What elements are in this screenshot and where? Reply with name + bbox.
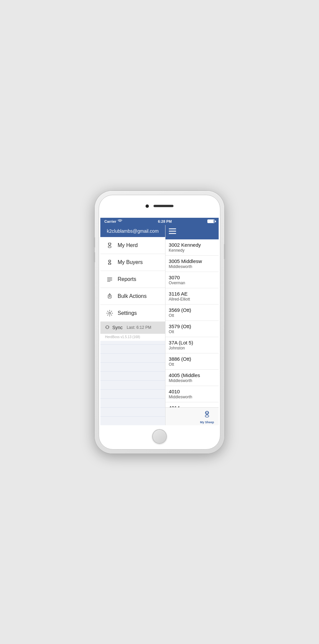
list-item-subtitle: Overman xyxy=(169,281,215,285)
bulk-actions-icon xyxy=(105,292,114,301)
list-item[interactable]: 3569 (Ott)Ott xyxy=(165,305,219,321)
sidebar-item-my-buyers[interactable]: My Buyers xyxy=(100,254,165,271)
svg-rect-22 xyxy=(169,233,176,234)
power-button xyxy=(224,244,225,259)
speaker-grille xyxy=(154,205,173,207)
sidebar-item-settings[interactable]: Settings xyxy=(100,305,165,322)
svg-point-3 xyxy=(108,246,111,248)
reports-icon xyxy=(105,275,114,284)
list-item-subtitle: Johnston xyxy=(169,346,215,350)
content-header xyxy=(165,225,219,239)
my-sheep-tab-icon xyxy=(203,410,211,420)
svg-point-0 xyxy=(108,243,111,245)
list-item[interactable]: 3070Overman xyxy=(165,272,219,288)
list-item-subtitle: Ott xyxy=(169,362,215,367)
volume-up-button xyxy=(94,237,95,247)
list-item[interactable]: 4014Johnston xyxy=(165,402,219,407)
list-item-title: 3886 (Ott) xyxy=(169,356,215,362)
carrier-label: Carrier xyxy=(104,219,116,223)
battery-fill xyxy=(208,220,214,223)
list-item-title: 4005 (Middles xyxy=(169,372,215,378)
svg-point-25 xyxy=(207,413,208,413)
list-item-subtitle: Ott xyxy=(169,313,215,318)
wifi-icon xyxy=(118,219,122,223)
svg-point-5 xyxy=(109,261,109,261)
carrier-info: Carrier xyxy=(104,219,122,223)
hamburger-icon[interactable] xyxy=(169,228,176,236)
volume-down-button xyxy=(94,252,95,262)
buyers-icon xyxy=(105,258,114,267)
svg-point-26 xyxy=(205,415,209,417)
content-panel: 3002 KennedyKennedy3005 MiddleswMiddlesw… xyxy=(165,225,219,425)
sidebar-header: k2clublambs@gmail.com xyxy=(100,225,165,237)
list-item-title: 3005 Middlesw xyxy=(169,258,215,264)
list-item-title: 3569 (Ott) xyxy=(169,307,215,313)
sidebar-empty-area xyxy=(100,341,165,425)
list-item[interactable]: 4005 (MiddlesMiddlesworth xyxy=(165,370,219,386)
status-time: 6:28 PM xyxy=(158,219,172,223)
home-button[interactable] xyxy=(152,429,167,444)
screen: Carrier 6:28 PM xyxy=(100,218,219,425)
list-item[interactable]: 3002 KennedyKennedy xyxy=(165,239,219,256)
app-container: k2clublambs@gmail.com xyxy=(100,225,219,425)
svg-point-1 xyxy=(108,244,109,245)
phone-top-decorations xyxy=(146,204,173,208)
list-item[interactable]: 3886 (Ott)Ott xyxy=(165,353,219,370)
list-item[interactable]: 37A (Lot 5)Johnston xyxy=(165,337,219,353)
list-item-title: 3116 AE xyxy=(169,291,215,297)
list-item-subtitle: Ott xyxy=(169,329,215,334)
camera-dot xyxy=(146,204,149,208)
sync-label: Sync xyxy=(112,325,123,330)
tab-bar: My Sheep xyxy=(165,407,219,425)
list-item-subtitle: Middlesworth xyxy=(169,395,215,399)
list-item-title: 4014 xyxy=(169,405,215,407)
list-item-subtitle: Middlesworth xyxy=(169,378,215,383)
sidebar-menu: My Herd xyxy=(100,237,165,322)
svg-point-2 xyxy=(110,244,111,245)
settings-icon xyxy=(105,309,114,318)
my-sheep-tab-label: My Sheep xyxy=(200,421,214,424)
status-bar: Carrier 6:28 PM xyxy=(100,218,219,225)
list-item-title: 3002 Kennedy xyxy=(169,242,215,248)
sidebar-item-my-buyers-label: My Buyers xyxy=(118,259,143,265)
list-item-subtitle: Allred-Elliott xyxy=(169,297,215,302)
list-item[interactable]: 3579 (Ott)Ott xyxy=(165,321,219,337)
herd-icon xyxy=(105,241,114,250)
list-item-title: 37A (Lot 5) xyxy=(169,340,215,345)
svg-point-6 xyxy=(110,261,110,261)
list-item-subtitle: Middlesworth xyxy=(169,264,215,269)
battery-icon xyxy=(207,219,215,223)
sync-icon xyxy=(105,325,110,330)
sidebar-email: k2clublambs@gmail.com xyxy=(107,228,159,234)
svg-rect-20 xyxy=(169,228,176,229)
sidebar-item-settings-label: Settings xyxy=(118,310,137,316)
version-text: HerdBoss v1.5.13 (168) xyxy=(100,334,165,341)
list-item-subtitle: Kennedy xyxy=(169,248,215,253)
svg-point-24 xyxy=(206,413,207,413)
sidebar-item-reports-label: Reports xyxy=(118,276,136,282)
sidebar-item-bulk-actions-label: Bulk Actions xyxy=(118,293,147,299)
list-container: 3002 KennedyKennedy3005 MiddleswMiddlesw… xyxy=(165,239,219,407)
list-item[interactable]: 3005 MiddleswMiddlesworth xyxy=(165,256,219,272)
list-item[interactable]: 3116 AEAllred-Elliott xyxy=(165,288,219,305)
svg-point-17 xyxy=(109,312,111,314)
sidebar: k2clublambs@gmail.com xyxy=(100,225,165,425)
sync-last-time: Last: 6:12 PM xyxy=(127,325,151,330)
tab-my-sheep[interactable]: My Sheep xyxy=(195,409,219,425)
list-item-title: 4010 xyxy=(169,389,215,394)
sidebar-item-bulk-actions[interactable]: Bulk Actions xyxy=(100,288,165,305)
list-item[interactable]: 4010Middlesworth xyxy=(165,386,219,402)
sidebar-item-reports[interactable]: Reports xyxy=(100,271,165,288)
phone-screen-border: Carrier 6:28 PM xyxy=(99,195,220,450)
sidebar-item-my-herd[interactable]: My Herd xyxy=(100,237,165,254)
svg-rect-21 xyxy=(169,231,176,232)
list-item-title: 3070 xyxy=(169,275,215,280)
sidebar-item-my-herd-label: My Herd xyxy=(118,242,138,248)
phone-frame: Carrier 6:28 PM xyxy=(95,191,224,453)
sync-row[interactable]: Sync Last: 6:12 PM xyxy=(100,322,165,334)
list-item-title: 3579 (Ott) xyxy=(169,323,215,329)
